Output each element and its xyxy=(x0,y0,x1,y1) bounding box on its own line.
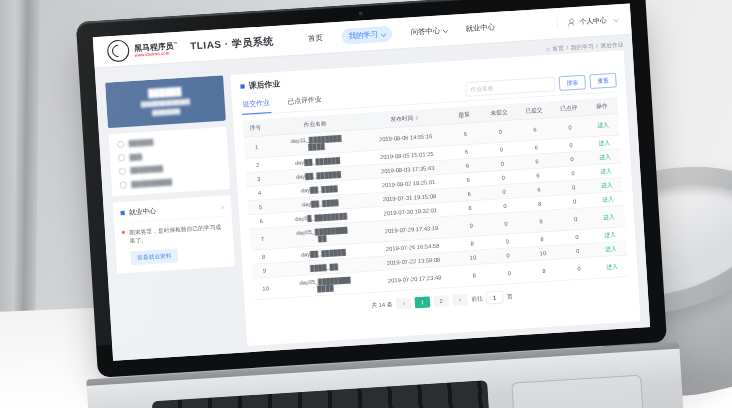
nav-item-label: 首页 xyxy=(308,33,323,43)
blue-square-bullet-icon xyxy=(240,84,244,88)
jump-label: 前往 xyxy=(471,294,483,303)
tab-submit-homework[interactable]: 提交作业 xyxy=(241,95,271,115)
cell-submitted: 9 xyxy=(523,209,559,233)
sort-carets-icon[interactable] xyxy=(415,116,418,120)
photo-scene: 黑马程序员™ www.itheima.com TLIAS · 学员系统 首页 xyxy=(0,0,732,408)
profile-card: ██████ ██████████████ ████████ xyxy=(105,75,226,128)
nav-item[interactable]: 就业中心 xyxy=(465,23,495,34)
total-count: 共 14 条 xyxy=(371,300,393,309)
webcam-icon xyxy=(359,11,363,15)
cell-question-count: 9 xyxy=(453,214,489,238)
profile-info-row: ███ xyxy=(118,148,220,161)
cell-submitted: 8 xyxy=(526,259,562,283)
enter-link[interactable]: 进入 xyxy=(600,168,612,175)
column-header-label: 发布时间 xyxy=(390,115,413,123)
cell-action: 进入 xyxy=(592,205,625,228)
profile-info-icon xyxy=(117,141,124,148)
view-job-materials-button[interactable]: 查看就业资料 xyxy=(130,248,178,265)
breadcrumb-separator: / xyxy=(566,45,568,51)
column-header-label: 操作 xyxy=(596,102,608,109)
jump-page-input[interactable] xyxy=(486,291,503,305)
page-number-button[interactable]: 2 xyxy=(433,295,449,307)
search-area: 搜索 重置 xyxy=(465,73,616,101)
nav-item-label: 问答中心 xyxy=(411,26,441,37)
reset-button[interactable]: 重置 xyxy=(590,73,617,89)
cell-reviewed: 0 xyxy=(552,115,588,139)
user-menu[interactable]: 个人中心 xyxy=(579,15,607,26)
chevron-down-icon xyxy=(614,17,619,22)
enter-link[interactable]: 进入 xyxy=(603,214,615,221)
cell-publish-date: 2019-07-20 17:23:48 xyxy=(372,266,458,293)
profile-info-value-blurred: ██████████ xyxy=(131,179,172,187)
jump-unit: 页 xyxy=(507,292,513,300)
enter-link[interactable]: 进入 xyxy=(605,245,617,252)
cell-action: 进入 xyxy=(587,113,620,136)
cell-reviewed: 0 xyxy=(558,207,594,231)
chevron-right-icon[interactable]: › xyxy=(221,204,224,209)
cell-homework-name: day05_████████ ████ xyxy=(277,271,373,298)
breadcrumb-my-study[interactable]: 我的学习 xyxy=(570,42,593,51)
breadcrumb-current: 课后作业 xyxy=(600,40,623,49)
column-header-label: 未提交 xyxy=(490,109,508,116)
search-button[interactable]: 搜索 xyxy=(559,75,586,91)
enter-link[interactable]: 进入 xyxy=(598,139,610,146)
cell-reviewed: 0 xyxy=(561,257,597,281)
column-header-label: 题量 xyxy=(458,111,470,118)
cell-action: 进入 xyxy=(596,255,629,278)
column-header-label: 作业名称 xyxy=(303,120,326,128)
profile-info-icon xyxy=(119,168,126,175)
itheima-logo-icon xyxy=(107,39,130,62)
enter-link[interactable]: 进入 xyxy=(606,263,618,270)
cell-not-submitted: 0 xyxy=(482,120,518,144)
cell-seq: 1 xyxy=(244,135,270,158)
nav-item[interactable]: 问答中心 xyxy=(411,26,448,38)
nav-item[interactable]: 我的学习 xyxy=(341,26,393,45)
job-center-title: 就业中心 xyxy=(129,206,157,217)
column-header: 操作 xyxy=(586,97,619,115)
prev-page-button[interactable]: ‹ xyxy=(396,297,412,309)
next-page-button[interactable]: › xyxy=(452,294,468,306)
cell-seq: 7 xyxy=(249,227,275,250)
column-header-label: 序号 xyxy=(250,124,262,131)
breadcrumb-home[interactable]: 首页 xyxy=(552,44,564,53)
page-title: 课后作业 xyxy=(248,79,280,91)
table-body: 1 day11_████████ ████ 2019-08-06 14:55:1… xyxy=(244,113,629,299)
breadcrumb-separator: / xyxy=(596,43,598,49)
cell-submitted: 6 xyxy=(517,118,553,142)
keyboard xyxy=(152,380,493,408)
page-buttons: 1 2 xyxy=(415,295,450,308)
enter-link[interactable]: 进入 xyxy=(597,122,609,129)
homework-table: 序号 作业名称 xyxy=(243,97,629,300)
cell-seq: 10 xyxy=(253,277,279,300)
home-icon: ⌂ xyxy=(546,45,550,53)
brand-text: 黑马程序员™ www.itheima.com xyxy=(134,40,178,58)
profile-info-row: ██████ xyxy=(117,135,219,148)
enter-link[interactable]: 进入 xyxy=(604,231,616,238)
header-divider xyxy=(557,19,558,28)
cell-question-count: 6 xyxy=(447,122,483,146)
column-header-label: 已点评 xyxy=(560,104,578,111)
homework-name-input[interactable] xyxy=(465,77,555,97)
enter-link[interactable]: 进入 xyxy=(602,196,614,203)
enter-link[interactable]: 进入 xyxy=(601,182,613,189)
homework-panel: 课后作业 提交作业 已点评作业 搜索 重置 xyxy=(230,50,640,346)
nav-item-label: 我的学习 xyxy=(348,30,378,41)
profile-info-icon xyxy=(120,181,127,188)
blue-square-bullet-icon xyxy=(120,211,124,215)
page-content: ⌂ 首页 / 我的学习 / 课后作业 xyxy=(95,34,650,361)
nav-item[interactable]: 首页 xyxy=(308,33,323,43)
red-dot-icon xyxy=(122,231,125,234)
trackpad xyxy=(511,375,646,408)
profile-info-row: ████████ xyxy=(119,162,221,175)
chevron-down-icon xyxy=(381,31,386,36)
profile-info-value-blurred: ████████ xyxy=(130,166,163,174)
sidebar: ██████ ██████████████ ████████ xyxy=(105,75,240,354)
page-number-button[interactable]: 1 xyxy=(415,296,431,308)
tab-reviewed-homework[interactable]: 已点评作业 xyxy=(286,92,323,113)
job-center-header: 就业中心 › xyxy=(120,202,224,223)
user-area: 个人中心 xyxy=(557,15,618,28)
laptop: 黑马程序员™ www.itheima.com TLIAS · 学员系统 首页 xyxy=(76,0,674,408)
product-title: TLIAS · 学员系统 xyxy=(190,34,274,53)
trademark-symbol: ™ xyxy=(173,41,177,46)
enter-link[interactable]: 进入 xyxy=(599,154,611,161)
